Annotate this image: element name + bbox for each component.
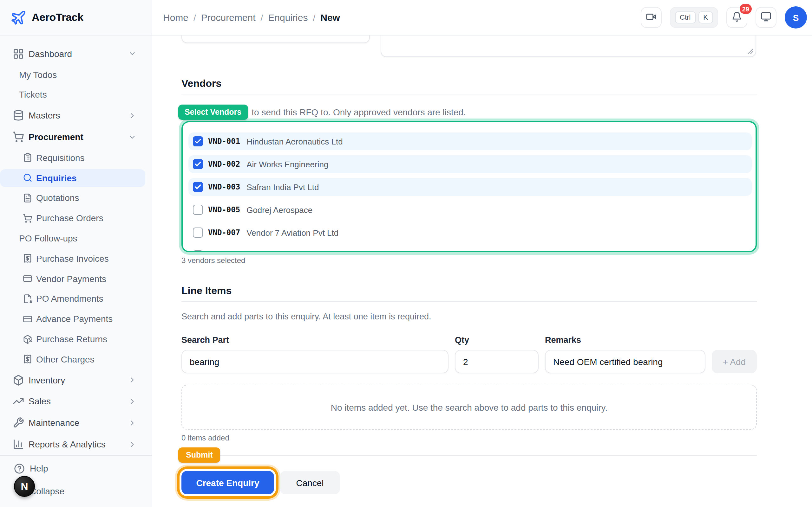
breadcrumb-separator: /	[261, 12, 263, 22]
vendor-code: VND-002	[208, 160, 240, 169]
form-footer: Submit Create Enquiry Cancel	[182, 455, 757, 494]
divider	[182, 94, 757, 95]
vendor-name: Vendor 7 Aviation Pvt Ltd	[247, 228, 339, 237]
clipboard-list-icon	[23, 153, 32, 163]
breadcrumb-current: New	[320, 12, 340, 23]
qty-input[interactable]: 2	[455, 350, 539, 373]
checkbox-unchecked[interactable]	[193, 250, 203, 252]
sidebar-item-label: Other Charges	[36, 354, 95, 364]
shopping-cart-icon	[23, 214, 32, 223]
empty-state-text: No items added yet. Use the search above…	[331, 402, 608, 412]
chevron-right-icon	[128, 112, 136, 120]
checkbox-unchecked[interactable]	[193, 205, 203, 215]
breadcrumb-separator: /	[313, 12, 315, 22]
sidebar-footer-label: Help	[30, 463, 48, 473]
sidebar-item-my-todos[interactable]: My Todos	[0, 66, 145, 83]
chevron-right-icon	[128, 418, 136, 427]
remarks-input[interactable]: Need OEM certified bearing	[545, 350, 705, 373]
breadcrumb-procurement[interactable]: Procurement	[201, 12, 256, 23]
line-items-empty-state: No items added yet. Use the search above…	[182, 385, 757, 430]
notifications-button[interactable]: 29	[726, 7, 747, 28]
sidebar-item-purchase-orders[interactable]: Purchase Orders	[0, 210, 145, 227]
logo[interactable]: AeroTrack	[0, 0, 152, 36]
vendor-row-vnd-003[interactable]: VND-003Safran India Pvt Ltd	[189, 178, 752, 196]
sidebar-item-procurement[interactable]: Procurement	[0, 128, 145, 146]
checkbox-checked[interactable]	[193, 159, 203, 169]
sidebar-item-vendor-payments[interactable]: Vendor Payments	[0, 270, 145, 288]
sidebar-item-purchase-returns[interactable]: Purchase Returns	[0, 330, 145, 348]
chevron-right-icon	[128, 376, 136, 384]
sidebar-item-dashboard[interactable]: Dashboard	[0, 45, 145, 63]
remarks-label: Remarks	[545, 335, 705, 345]
sidebar-item-sales[interactable]: Sales	[0, 393, 145, 410]
search-part-input[interactable]: bearing	[182, 350, 449, 373]
vendor-row-vnd-007[interactable]: VND-007Vendor 7 Aviation Pvt Ltd	[189, 224, 752, 241]
sidebar-item-label: Purchase Orders	[36, 213, 103, 223]
command-palette-shortcut[interactable]: Ctrl K	[670, 7, 718, 28]
submit-annotation-badge[interactable]: Submit	[178, 447, 220, 463]
vendor-row-vnd-002[interactable]: VND-002Air Works Engineering	[189, 155, 752, 173]
sidebar-item-label: PO Follow-ups	[19, 233, 78, 243]
breadcrumb: Home / Procurement / Enquiries / New	[163, 12, 340, 23]
sidebar-item-label: My Todos	[19, 69, 57, 79]
checkbox-unchecked[interactable]	[193, 228, 203, 238]
sidebar-item-advance-payments[interactable]: Advance Payments	[0, 310, 145, 328]
sidebar-item-masters[interactable]: Masters	[0, 107, 145, 124]
sidebar-item-other-charges[interactable]: Other Charges	[0, 350, 145, 368]
sidebar-item-po-follow-ups[interactable]: PO Follow-ups	[0, 229, 145, 247]
topbar: Home / Procurement / Enquiries / New Ctr…	[152, 0, 812, 36]
enquiry-field-partial[interactable]	[182, 36, 370, 43]
select-vendors-badge[interactable]: Select Vendors	[178, 105, 248, 120]
video-button[interactable]	[641, 7, 661, 28]
divider	[182, 301, 757, 302]
sidebar-item-enquiries[interactable]: Enquiries	[0, 169, 145, 187]
avatar[interactable]: S	[785, 6, 807, 29]
sidebar-item-label: Dashboard	[29, 49, 72, 59]
plane-icon	[10, 9, 27, 26]
sidebar-item-tickets[interactable]: Tickets	[0, 86, 145, 104]
line-items-description: Search and add parts to this enquiry. At…	[182, 312, 757, 321]
vendor-code: VND-005	[208, 205, 240, 214]
sidebar-item-requisitions[interactable]: Requisitions	[0, 149, 145, 167]
resize-handle-icon[interactable]	[747, 48, 754, 55]
bar-chart-icon	[13, 439, 24, 450]
sidebar-item-label: Purchase Returns	[36, 334, 107, 344]
sidebar-item-label: Inventory	[29, 375, 65, 385]
sidebar-item-inventory[interactable]: Inventory	[0, 372, 145, 389]
app-title: AeroTrack	[32, 11, 84, 24]
sidebar-footer-help[interactable]: Help	[0, 459, 145, 478]
sidebar-item-purchase-invoices[interactable]: Purchase Invoices	[0, 250, 145, 268]
breadcrumb-home[interactable]: Home	[163, 12, 189, 23]
video-icon	[646, 11, 656, 24]
cancel-button[interactable]: Cancel	[280, 471, 340, 494]
add-item-button[interactable]: + Add	[712, 350, 757, 373]
vendor-row-vnd-005[interactable]: VND-005Godrej Aerospace	[189, 201, 752, 219]
breadcrumb-enquiries[interactable]: Enquiries	[268, 12, 308, 23]
checkbox-checked[interactable]	[193, 182, 203, 192]
checkbox-checked[interactable]	[193, 136, 203, 147]
sidebar-item-label: PO Amendments	[36, 294, 103, 304]
chevron-right-icon	[128, 397, 136, 406]
app-window: AeroTrack DashboardMy TodosTicketsMaster…	[0, 0, 812, 507]
file-text-icon	[23, 193, 32, 203]
create-enquiry-button[interactable]: Create Enquiry	[182, 471, 274, 494]
sidebar-item-reports-analytics[interactable]: Reports & Analytics	[0, 435, 145, 453]
dev-tools-badge[interactable]: N	[14, 476, 35, 497]
kbd-ctrl: Ctrl	[675, 11, 696, 23]
monitor-icon	[761, 11, 771, 24]
vendor-list[interactable]: VND-001Hindustan Aeronautics LtdVND-002A…	[182, 121, 757, 252]
vendor-row-vnd-001[interactable]: VND-001Hindustan Aeronautics Ltd	[189, 132, 752, 150]
notification-badge: 29	[740, 4, 752, 14]
sidebar-item-quotations[interactable]: Quotations	[0, 189, 145, 207]
enquiry-textarea-partial[interactable]	[380, 36, 756, 57]
sidebar-item-po-amendments[interactable]: PO Amendments	[0, 290, 145, 308]
sidebar-item-maintenance[interactable]: Maintenance	[0, 414, 145, 432]
display-button[interactable]	[756, 7, 776, 28]
layout-grid-icon	[13, 48, 24, 60]
vendor-row-partial[interactable]	[189, 246, 752, 252]
sidebar-item-label: Purchase Invoices	[36, 253, 109, 264]
sidebar-item-label: Advance Payments	[36, 314, 113, 324]
vendor-code: VND-001	[208, 137, 240, 146]
chevron-down-icon	[128, 133, 136, 141]
sidebar-item-label: Sales	[29, 396, 51, 406]
